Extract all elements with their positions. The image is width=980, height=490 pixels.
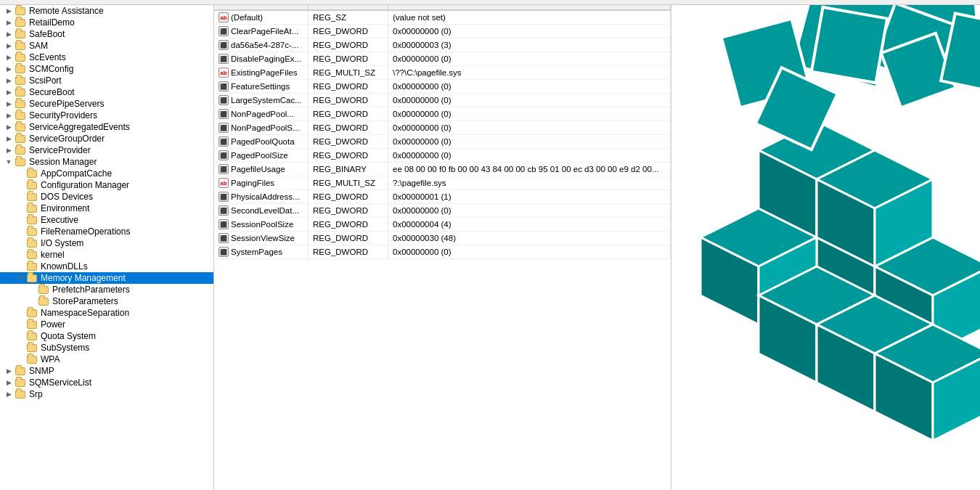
tree-item-known-dlls[interactable]: KnownDLLs xyxy=(0,261,213,272)
tree-item-memory-management[interactable]: Memory Management xyxy=(0,272,213,284)
tree-item-wpa[interactable]: WPA xyxy=(0,354,213,365)
table-row[interactable]: ⬛FeatureSettingsREG_DWORD0x00000000 (0) xyxy=(214,80,671,94)
tree-item-secure-pipe-servers[interactable]: SecurePipeServers xyxy=(0,98,213,110)
folder-icon-sam xyxy=(15,41,26,51)
expand-arrow-sqm-service-list[interactable] xyxy=(3,379,15,386)
tree-item-app-compat-cache[interactable]: AppCompatCache xyxy=(0,168,213,179)
expand-arrow-secure-boot[interactable] xyxy=(3,89,15,96)
left-panel[interactable]: Remote AssistanceRetailDemoSafeBootSAMSc… xyxy=(0,5,214,490)
tree-item-srp[interactable]: Srp xyxy=(0,388,213,400)
tree-item-safe-boot[interactable]: SafeBoot xyxy=(0,28,213,40)
header-type xyxy=(309,5,388,9)
tree-item-retail-demo[interactable]: RetailDemo xyxy=(0,17,213,28)
table-row[interactable]: ⬛SessionPoolSizeREG_DWORD0x00000004 (4) xyxy=(214,218,671,232)
tree-item-namespace-separation[interactable]: NamespaceSeparation xyxy=(0,307,213,319)
table-row[interactable]: ⬛SecondLevelDat...REG_DWORD0x00000000 (0… xyxy=(214,204,671,218)
table-row[interactable]: ⬛PagedPoolSizeREG_DWORD0x00000000 (0) xyxy=(214,149,671,163)
folder-icon-secure-boot xyxy=(15,87,26,97)
expand-arrow-snmp[interactable] xyxy=(3,367,15,375)
tree-item-secure-boot[interactable]: SecureBoot xyxy=(0,86,213,98)
tree-label-secure-boot: SecureBoot xyxy=(28,87,75,97)
tree-item-io-system[interactable]: I/O System xyxy=(0,237,213,249)
expand-arrow-retail-demo[interactable] xyxy=(3,19,15,26)
table-row[interactable]: abPagingFilesREG_MULTI_SZ?:\pagefile.sys xyxy=(214,176,671,190)
expand-arrow-sam[interactable] xyxy=(3,42,15,49)
folder-icon-app-compat-cache xyxy=(26,168,38,179)
table-row[interactable]: ⬛PhysicalAddress...REG_DWORD0x00000001 (… xyxy=(214,190,671,204)
tree-item-scsi-port[interactable]: ScsiPort xyxy=(0,75,213,86)
expand-arrow-session-manager[interactable] xyxy=(3,158,15,166)
tree-item-power[interactable]: Power xyxy=(0,319,213,330)
reg-type-icon: ⬛ xyxy=(219,247,229,257)
tree-item-file-rename-operations[interactable]: FileRenameOperations xyxy=(0,226,213,237)
tree-label-service-aggregated-events: ServiceAggregatedEvents xyxy=(28,122,130,132)
tree-label-safe-boot: SafeBoot xyxy=(28,29,65,39)
cell-type: REG_DWORD xyxy=(309,38,388,52)
table-row[interactable]: ⬛SessionViewSizeREG_DWORD0x00000030 (48) xyxy=(214,232,671,245)
expand-arrow-service-aggregated-events[interactable] xyxy=(3,123,15,131)
tree-item-sub-systems[interactable]: SubSystems xyxy=(0,342,213,354)
folder-icon-remote-assistance xyxy=(15,6,26,16)
table-row[interactable]: ⬛NonPagedPoolS...REG_DWORD0x00000000 (0) xyxy=(214,121,671,135)
tree-item-remote-assistance[interactable]: Remote Assistance xyxy=(0,5,213,17)
tree-item-sam[interactable]: SAM xyxy=(0,40,213,52)
tree-item-executive[interactable]: Executive xyxy=(0,214,213,226)
cell-data: 0x00000000 (0) xyxy=(388,107,671,121)
table-row[interactable]: ab(Default)REG_SZ(value not set) xyxy=(214,11,671,25)
table-row[interactable]: ⬛SystemPagesREG_DWORD0x00000000 (0) xyxy=(214,245,671,259)
tree-item-dos-devices[interactable]: DOS Devices xyxy=(0,191,213,203)
tree-item-prefetch-parameters[interactable]: PrefetchParameters xyxy=(0,284,213,295)
tree-item-scm-config[interactable]: SCMConfig xyxy=(0,63,213,75)
expand-arrow-secure-pipe-servers[interactable] xyxy=(3,100,15,107)
tree-item-snmp[interactable]: SNMP xyxy=(0,365,213,377)
header-name xyxy=(214,5,309,9)
tree-item-security-providers[interactable]: SecurityProviders xyxy=(0,110,213,121)
folder-icon-known-dlls xyxy=(26,261,38,271)
tree-item-sc-events[interactable]: ScEvents xyxy=(0,52,213,63)
table-row[interactable]: abExistingPageFilesREG_MULTI_SZ\??\C:\pa… xyxy=(214,66,671,80)
cell-name: ⬛NonPagedPoolS... xyxy=(214,121,309,134)
table-body: ab(Default)REG_SZ(value not set)⬛ClearPa… xyxy=(214,11,671,259)
table-row[interactable]: ⬛PagefileUsageREG_BINARYee 08 00 00 f0 f… xyxy=(214,163,671,176)
table-row[interactable]: ⬛NonPagedPool...REG_DWORD0x00000000 (0) xyxy=(214,107,671,121)
reg-name: PagingFiles xyxy=(231,179,274,187)
reg-type-icon: ab xyxy=(219,68,229,78)
tree-label-quota-system: Quota System xyxy=(39,331,96,341)
table-row[interactable]: ⬛PagedPoolQuotaREG_DWORD0x00000000 (0) xyxy=(214,135,671,149)
cell-data: 0x00000001 (1) xyxy=(388,190,671,203)
folder-icon-memory-management xyxy=(26,273,38,283)
cell-name: ⬛PagedPoolSize xyxy=(214,149,309,162)
expand-arrow-scsi-port[interactable] xyxy=(3,77,15,84)
expand-arrow-service-provider[interactable] xyxy=(3,147,15,154)
expand-arrow-safe-boot[interactable] xyxy=(3,30,15,38)
tree-item-service-aggregated-events[interactable]: ServiceAggregatedEvents xyxy=(0,121,213,133)
table-row[interactable]: ⬛DisablePagingEx...REG_DWORD0x00000000 (… xyxy=(214,52,671,66)
table-row[interactable]: ⬛LargeSystemCac...REG_DWORD0x00000000 (0… xyxy=(214,94,671,107)
expand-arrow-scm-config[interactable] xyxy=(3,65,15,73)
tree-item-configuration-manager[interactable]: Configuration Manager xyxy=(0,179,213,191)
tree-item-environment[interactable]: Environment xyxy=(0,203,213,214)
expand-arrow-srp[interactable] xyxy=(3,391,15,398)
tree-label-snmp: SNMP xyxy=(28,366,54,376)
expand-arrow-service-group-order[interactable] xyxy=(3,135,15,142)
tree-item-kernel[interactable]: kernel xyxy=(0,249,213,261)
expand-arrow-remote-assistance[interactable] xyxy=(3,7,15,15)
folder-icon-secure-pipe-servers xyxy=(15,99,26,109)
table-row[interactable]: ⬛ClearPageFileAt...REG_DWORD0x00000000 (… xyxy=(214,25,671,38)
tree-item-session-manager[interactable]: Session Manager xyxy=(0,156,213,168)
tree-item-service-group-order[interactable]: ServiceGroupOrder xyxy=(0,133,213,144)
tree-label-sub-systems: SubSystems xyxy=(39,343,89,353)
tree-item-quota-system[interactable]: Quota System xyxy=(0,330,213,342)
table-row[interactable]: ⬛da56a5e4-287c-...REG_DWORD0x00000003 (3… xyxy=(214,38,671,52)
tree-item-store-parameters[interactable]: StoreParameters xyxy=(0,295,213,307)
reg-name: DisablePagingEx... xyxy=(231,54,301,63)
expand-arrow-security-providers[interactable] xyxy=(3,112,15,119)
cell-data: 0x00000004 (4) xyxy=(388,218,671,231)
reg-type-icon: ⬛ xyxy=(219,95,229,105)
expand-arrow-memory-management[interactable] xyxy=(15,274,26,282)
expand-arrow-sc-events[interactable] xyxy=(3,54,15,61)
tree-item-service-provider[interactable]: ServiceProvider xyxy=(0,144,213,156)
registry-table[interactable]: ab(Default)REG_SZ(value not set)⬛ClearPa… xyxy=(214,5,671,490)
tree-label-session-manager: Session Manager xyxy=(28,157,97,167)
tree-item-sqm-service-list[interactable]: SQMServiceList xyxy=(0,377,213,388)
